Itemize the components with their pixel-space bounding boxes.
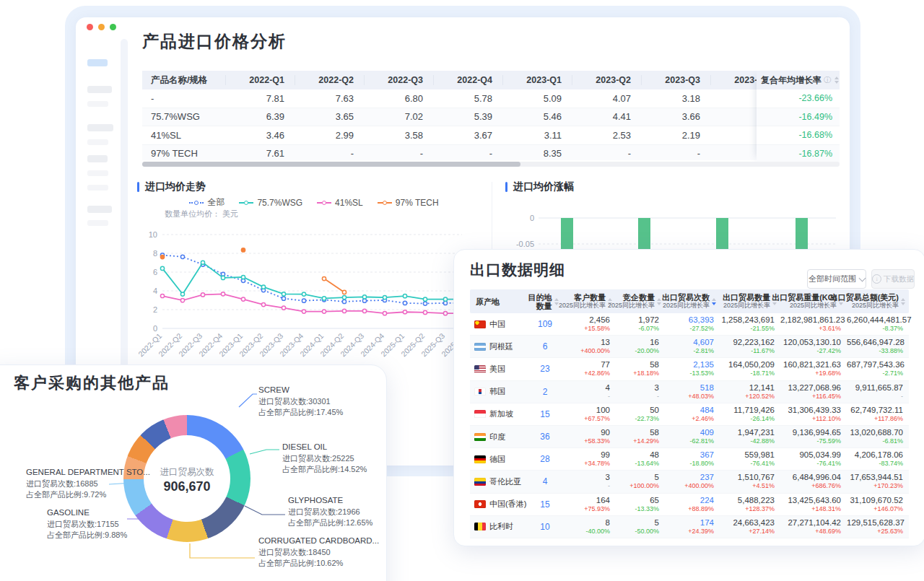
column-header-4[interactable]: 出口贸易次数2025同比增长率: [665, 293, 720, 310]
data-point: [201, 293, 204, 297]
price-col-quarter[interactable]: 2023-Q2: [572, 75, 641, 85]
price-col-quarter[interactable]: 2023-Q1: [502, 75, 572, 85]
cell-yoy: +34.78%: [564, 460, 610, 468]
destination-count[interactable]: 28: [526, 454, 564, 464]
destination-count[interactable]: 15: [526, 409, 564, 419]
cagr-value: -16.87%: [757, 145, 840, 164]
cell-yoy: -27.42%: [780, 347, 841, 355]
cell-yoy: -83.74%: [847, 460, 903, 468]
legend-item[interactable]: 全部: [189, 196, 225, 209]
value-cell: 484+2.46%: [665, 406, 720, 423]
price-value: -: [641, 148, 710, 159]
cell-yoy: +4.51%: [720, 482, 775, 490]
price-col-quarter[interactable]: 2022-Q1: [225, 75, 295, 85]
cell-yoy: +686.76%: [780, 482, 841, 490]
cell-value[interactable]: 237: [665, 473, 714, 482]
price-table-row: 97% TECH7.61---8.35--: [142, 145, 757, 161]
sort-icon[interactable]: [554, 298, 559, 305]
destination-count[interactable]: 15: [526, 499, 564, 510]
legend-label: 75.7%WSG: [257, 198, 302, 208]
cell-yoy: -27.52%: [665, 325, 714, 333]
price-col-quarter[interactable]: 2023-Q3: [641, 75, 710, 85]
other-products-panel: 客户采购的其他产品 进口贸易次数 906,670 SCREW进口贸易次数:303…: [0, 364, 387, 581]
destination-count[interactable]: 6: [526, 341, 564, 351]
cell-yoy: +48.03%: [665, 393, 714, 401]
cell-yoy: -20.00%: [616, 347, 659, 355]
bar: [638, 218, 650, 251]
data-point: [403, 310, 406, 314]
price-value: 7.61: [225, 148, 295, 159]
destination-count[interactable]: 36: [526, 432, 564, 442]
flag-icon-de: [474, 455, 486, 463]
destination-count[interactable]: 109: [526, 319, 564, 329]
price-col-quarter[interactable]: 2022-Q2: [295, 75, 364, 85]
close-window-icon[interactable]: [87, 24, 93, 30]
data-point: [322, 297, 326, 300]
price-col-quarter[interactable]: 2023-Q4: [710, 75, 757, 85]
flag-icon-hk: [474, 500, 486, 508]
cell-value[interactable]: 174: [665, 518, 714, 528]
value-cell: 237+400.00%: [665, 473, 720, 490]
column-header-7[interactable]: 出口贸易总额(美元)2025同比增长率: [847, 293, 909, 310]
download-data-button[interactable]: ↓ 下载数据: [871, 269, 915, 289]
origin-name: 印度: [489, 432, 505, 442]
destination-count[interactable]: 10: [526, 522, 564, 532]
cell-value[interactable]: 4,607: [665, 338, 714, 347]
sort-icon[interactable]: [901, 298, 905, 305]
cell-value[interactable]: 518: [665, 383, 714, 393]
info-icon[interactable]: ⓘ: [824, 75, 831, 85]
destination-count[interactable]: 2: [526, 387, 564, 397]
cell-yoy: -22.73%: [616, 415, 659, 423]
destination-count[interactable]: 23: [526, 364, 564, 374]
cell-value[interactable]: 63,393: [665, 315, 714, 325]
price-col-product: 产品名称/规格: [142, 74, 225, 87]
price-table-scroll-area[interactable]: 产品名称/规格2022-Q12022-Q22022-Q32022-Q42023-…: [142, 71, 757, 160]
value-cell: 63,393-27.52%: [665, 315, 720, 333]
maximize-window-icon[interactable]: [110, 24, 116, 30]
cell-value: 129,515,628.37: [847, 518, 903, 528]
legend-label: 全部: [207, 196, 225, 209]
value-cell: 1,258,243,691-21.55%: [720, 315, 780, 333]
value-cell: 3-: [564, 473, 616, 490]
data-point: [180, 255, 184, 258]
value-cell: 17,653,944.51+170.23%: [847, 473, 909, 490]
origin-cell: 比利时: [470, 521, 526, 532]
price-col-quarter[interactable]: 2022-Q4: [433, 75, 502, 85]
cell-value[interactable]: 367: [665, 450, 714, 460]
flag-icon-in: [474, 433, 486, 441]
price-col-quarter[interactable]: 2022-Q3: [364, 75, 433, 85]
cell-yoy: +18.18%: [616, 370, 659, 377]
value-cell: 90+58.33%: [564, 428, 616, 445]
sort-icon[interactable]: [712, 298, 716, 305]
price-value: 7.63: [295, 93, 364, 104]
legend-marker: [239, 200, 253, 206]
legend-item[interactable]: 97% TECH: [378, 196, 439, 209]
cagr-header-label: 复合年均增长率: [761, 74, 821, 87]
horizontal-scrollbar[interactable]: [142, 162, 840, 167]
cell-value: 3: [616, 383, 659, 393]
destination-count[interactable]: 4: [526, 476, 564, 486]
cell-value: 11,719,426: [720, 406, 775, 415]
cell-value[interactable]: 409: [665, 428, 714, 437]
legend-item[interactable]: 75.7%WSG: [239, 196, 302, 209]
scrollbar-thumb[interactable]: [142, 162, 520, 167]
cell-value[interactable]: 484: [665, 406, 714, 415]
cell-yoy: +400.00%: [665, 482, 714, 490]
slice-name: DIESEL OIL: [282, 442, 367, 453]
time-range-select[interactable]: 全部时间范围: [807, 269, 866, 289]
origin-cell: 美国: [470, 364, 526, 375]
cell-value[interactable]: 2,135: [665, 360, 714, 370]
minimize-window-icon[interactable]: [98, 24, 105, 30]
slice-trades: 进口贸易次数:30301: [258, 396, 343, 408]
cell-value[interactable]: 224: [665, 496, 714, 505]
legend-item[interactable]: 41%SL: [317, 196, 363, 209]
column-header-3[interactable]: 竞企数量2025同比增长率: [616, 293, 665, 310]
cell-value: 77: [564, 360, 610, 370]
sort-icon[interactable]: [657, 298, 661, 305]
cell-value: 27,271,104.42: [780, 518, 841, 528]
column-header-label: 目的地数量: [528, 293, 552, 310]
sort-icon[interactable]: [834, 77, 839, 84]
cagr-column-header[interactable]: 复合年均增长率 ⓘ: [757, 71, 840, 89]
cell-yoy: -18.71%: [720, 370, 775, 377]
data-point: [322, 277, 326, 281]
